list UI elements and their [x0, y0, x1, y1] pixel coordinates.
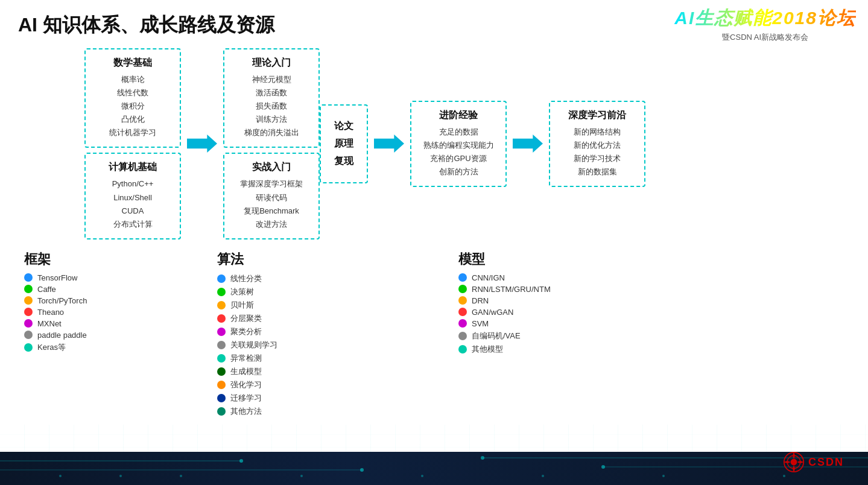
csdn-text: CSDN: [808, 456, 844, 469]
list-item: Caffe: [24, 285, 169, 294]
list-item: 其他方法: [217, 406, 338, 417]
legend-label: Torch/PyTorch: [37, 296, 87, 305]
computer-title: 计算机基础: [97, 161, 169, 174]
svg-point-4: [239, 459, 243, 463]
legend-label: Keras等: [37, 342, 66, 353]
legend-dot: [217, 301, 226, 309]
legend-label: 其他模型: [472, 344, 503, 355]
list-item: 关联规则学习: [217, 340, 338, 350]
main-content: 数学基础 概率论 线性代数 微积分 凸优化 统计机器学习 计算机基础 Pytho…: [12, 42, 856, 437]
list-item: MXNet: [24, 319, 169, 328]
column1-boxes: 数学基础 概率论 线性代数 微积分 凸优化 统计机器学习 计算机基础 Pytho…: [84, 48, 181, 239]
tech-lines: [0, 452, 868, 485]
legend-dot: [24, 308, 33, 316]
math-box: 数学基础 概率论 线性代数 微积分 凸优化 统计机器学习: [84, 48, 181, 148]
legend-dot: [217, 314, 226, 323]
svg-point-10: [180, 475, 182, 477]
bottom-csdn-logo: CSDN: [783, 451, 844, 473]
frontier-box: 深度学习前沿 新的网络结构 新的优化方法 新的学习技术 新的数据集: [549, 101, 645, 187]
list-item: 迁移学习: [217, 393, 338, 404]
page-title: AI 知识体系、成长路线及资源: [18, 12, 274, 39]
list-item: CNN/IGN: [458, 273, 627, 282]
legend-label: 迁移学习: [230, 393, 262, 404]
legend-dot: [458, 319, 467, 328]
legend-dot: [24, 296, 33, 305]
legend-section: 框架 TensorFlowCaffeTorch/PyTorchTheanoMXN…: [24, 250, 856, 417]
paper-line1: 论文: [329, 118, 358, 135]
legend-dot: [217, 381, 226, 389]
list-item: DRN: [458, 296, 627, 305]
legend-models: 模型 CNN/IGNRNN/LSTM/GRU/NTMDRNGAN/wGANSVM…: [458, 250, 627, 417]
legend-dot: [458, 296, 467, 305]
svg-marker-17: [374, 135, 404, 153]
svg-point-7: [601, 465, 605, 469]
legend-dot: [24, 273, 33, 282]
legend-label: MXNet: [37, 319, 62, 328]
svg-point-14: [662, 475, 665, 477]
frontier-items: 新的网络结构 新的优化方法 新的学习技术 新的数据集: [561, 125, 633, 179]
models-category: 模型: [458, 250, 627, 268]
logo-sub-text: 暨CSDN AI新战略发布会: [674, 32, 856, 43]
csdn-icon: [783, 451, 805, 473]
paper-box: 论文 原理 复现: [320, 104, 368, 183]
legend-label: 自编码机/VAE: [472, 331, 521, 341]
legend-dot: [217, 367, 226, 376]
legend-label: paddle paddle: [37, 331, 87, 340]
legend-label: 异常检测: [230, 353, 262, 364]
legend-label: GAN/wGAN: [472, 308, 513, 317]
legend-dot: [458, 273, 467, 282]
list-item: 聚类分析: [217, 326, 338, 337]
legend-label: 线性分类: [230, 273, 262, 284]
list-item: SVM: [458, 319, 627, 328]
flow-section: 数学基础 概率论 线性代数 微积分 凸优化 统计机器学习 计算机基础 Pytho…: [84, 48, 856, 239]
list-item: GAN/wGAN: [458, 308, 627, 317]
svg-point-15: [783, 475, 785, 477]
svg-point-9: [119, 475, 122, 477]
paper-line2: 原理: [329, 135, 358, 153]
svg-point-6: [481, 456, 484, 460]
legend-label: 分层聚类: [230, 313, 262, 324]
list-item: 生成模型: [217, 366, 338, 377]
legend-label: 其他方法: [230, 406, 262, 417]
legend-dot: [24, 343, 33, 352]
legend-label: RNN/LSTM/GRU/NTM: [472, 285, 551, 294]
legend-label: 贝叶斯: [230, 300, 254, 311]
list-item: 其他模型: [458, 344, 627, 355]
legend-dot: [217, 274, 226, 283]
list-item: 线性分类: [217, 273, 338, 284]
svg-point-21: [791, 459, 797, 466]
list-item: RNN/LSTM/GRU/NTM: [458, 285, 627, 294]
practice-items: 掌握深度学习框架 研读代码 复现Benchmark 改进方法: [235, 177, 308, 230]
list-item: paddle paddle: [24, 331, 169, 340]
algorithms-items: 线性分类决策树贝叶斯分层聚类聚类分析关联规则学习异常检测生成模型强化学习迁移学习…: [217, 273, 338, 417]
legend-dot: [217, 407, 226, 416]
models-items: CNN/IGNRNN/LSTM/GRU/NTMDRNGAN/wGANSVM自编码…: [458, 273, 627, 355]
legend-label: 关联规则学习: [230, 340, 277, 350]
practice-title: 实战入门: [235, 161, 308, 174]
logo-main-text: AI生态赋能2018论坛: [674, 6, 856, 31]
svg-marker-18: [513, 135, 543, 153]
svg-point-12: [421, 475, 423, 477]
advanced-items: 充足的数据 熟练的编程实现能力 充裕的GPU资源 创新的方法: [422, 125, 495, 179]
legend-algorithms: 算法 线性分类决策树贝叶斯分层聚类聚类分析关联规则学习异常检测生成模型强化学习迁…: [217, 250, 338, 417]
list-item: 分层聚类: [217, 313, 338, 324]
legend-dot: [217, 394, 226, 402]
svg-point-8: [59, 475, 62, 477]
legend-dot: [24, 285, 33, 293]
legend-dot: [458, 308, 467, 316]
theory-title: 理论入门: [235, 57, 308, 69]
legend-dot: [458, 332, 467, 340]
frameworks-items: TensorFlowCaffeTorch/PyTorchTheanoMXNetp…: [24, 273, 169, 353]
svg-point-11: [300, 475, 303, 477]
theory-items: 神经元模型 激活函数 损失函数 训练方法 梯度的消失溢出: [235, 73, 308, 139]
list-item: Keras等: [24, 342, 169, 353]
math-items: 概率论 线性代数 微积分 凸优化 统计机器学习: [97, 73, 169, 139]
list-item: 异常检测: [217, 353, 338, 364]
list-item: TensorFlow: [24, 273, 169, 282]
math-title: 数学基础: [97, 57, 169, 69]
column2-boxes: 理论入门 神经元模型 激活函数 损失函数 训练方法 梯度的消失溢出 实战入门 掌…: [223, 48, 320, 239]
list-item: 贝叶斯: [217, 300, 338, 311]
legend-dot: [458, 285, 467, 293]
arrow1: [181, 132, 223, 156]
theory-box: 理论入门 神经元模型 激活函数 损失函数 训练方法 梯度的消失溢出: [223, 48, 320, 148]
